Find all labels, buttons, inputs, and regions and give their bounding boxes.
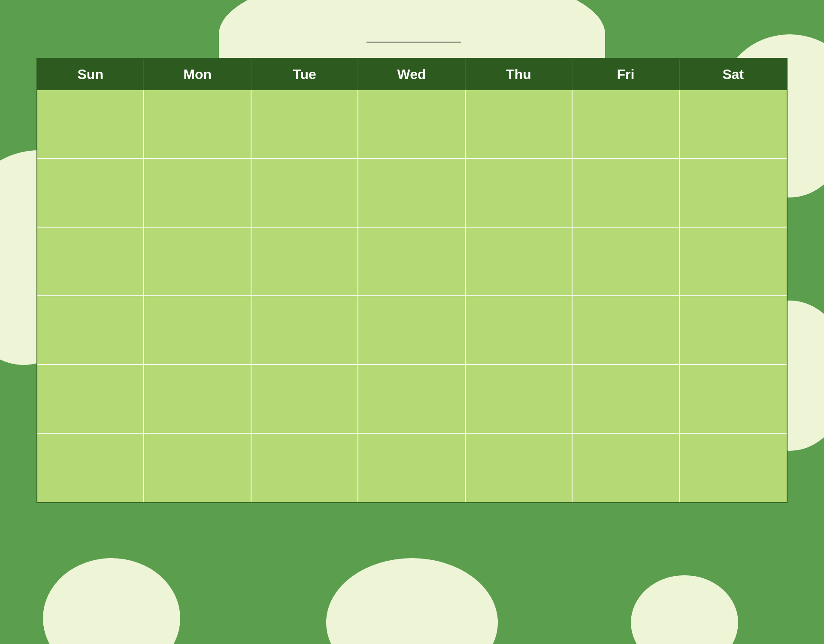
calendar-cell[interactable] [37, 90, 144, 159]
calendar-cell[interactable] [37, 296, 144, 365]
blob-bottom-left [43, 558, 180, 644]
blob-bottom-right [631, 575, 738, 644]
calendar-cell[interactable] [573, 434, 679, 502]
calendar-cell[interactable] [251, 159, 358, 228]
calendar-cell[interactable] [358, 90, 465, 159]
calendar-cell[interactable] [466, 434, 573, 502]
header-cell-sat: Sat [680, 59, 787, 90]
calendar-cell[interactable] [358, 365, 465, 434]
header-cell-sun: Sun [37, 59, 144, 90]
calendar-cell[interactable] [251, 296, 358, 365]
calendar-cell[interactable] [144, 228, 251, 296]
calendar-cell[interactable] [251, 365, 358, 434]
calendar-row [37, 434, 787, 502]
header-cell-fri: Fri [573, 59, 679, 90]
calendar-cell[interactable] [251, 434, 358, 502]
calendar-cell[interactable] [37, 365, 144, 434]
header-cell-tue: Tue [251, 59, 358, 90]
calendar-cell[interactable] [251, 90, 358, 159]
calendar-cell[interactable] [573, 365, 679, 434]
calendar-cell[interactable] [358, 228, 465, 296]
calendar-cell[interactable] [680, 365, 787, 434]
calendar-row [37, 90, 787, 159]
calendar-cell[interactable] [680, 296, 787, 365]
calendar-cell[interactable] [680, 90, 787, 159]
calendar-row [37, 365, 787, 434]
calendar: SunMonTueWedThuFriSat [36, 58, 788, 503]
calendar-row [37, 228, 787, 296]
calendar-cell[interactable] [573, 296, 679, 365]
month-underline [367, 25, 461, 43]
calendar-row [37, 159, 787, 228]
calendar-cell[interactable] [573, 228, 679, 296]
header-cell-mon: Mon [144, 59, 251, 90]
calendar-cell[interactable] [680, 434, 787, 502]
calendar-cell[interactable] [466, 90, 573, 159]
month-label [363, 25, 461, 43]
calendar-cell[interactable] [358, 434, 465, 502]
header-cell-wed: Wed [358, 59, 465, 90]
calendar-cell[interactable] [680, 159, 787, 228]
calendar-row [37, 296, 787, 365]
calendar-body [37, 90, 787, 502]
blob-bottom-center [326, 558, 498, 644]
calendar-cell[interactable] [37, 159, 144, 228]
calendar-cell[interactable] [37, 434, 144, 502]
calendar-header: SunMonTueWedThuFriSat [37, 59, 787, 90]
calendar-cell[interactable] [144, 159, 251, 228]
calendar-cell[interactable] [680, 228, 787, 296]
calendar-cell[interactable] [37, 228, 144, 296]
header-cell-thu: Thu [466, 59, 573, 90]
calendar-cell[interactable] [466, 365, 573, 434]
calendar-cell[interactable] [573, 90, 679, 159]
calendar-cell[interactable] [466, 159, 573, 228]
calendar-cell[interactable] [466, 296, 573, 365]
calendar-cell[interactable] [144, 434, 251, 502]
calendar-cell[interactable] [144, 365, 251, 434]
calendar-cell[interactable] [466, 228, 573, 296]
calendar-cell[interactable] [573, 159, 679, 228]
calendar-cell[interactable] [251, 228, 358, 296]
calendar-cell[interactable] [144, 90, 251, 159]
calendar-cell[interactable] [144, 296, 251, 365]
main-content: SunMonTueWedThuFriSat [0, 0, 824, 503]
calendar-cell[interactable] [358, 296, 465, 365]
calendar-cell[interactable] [358, 159, 465, 228]
